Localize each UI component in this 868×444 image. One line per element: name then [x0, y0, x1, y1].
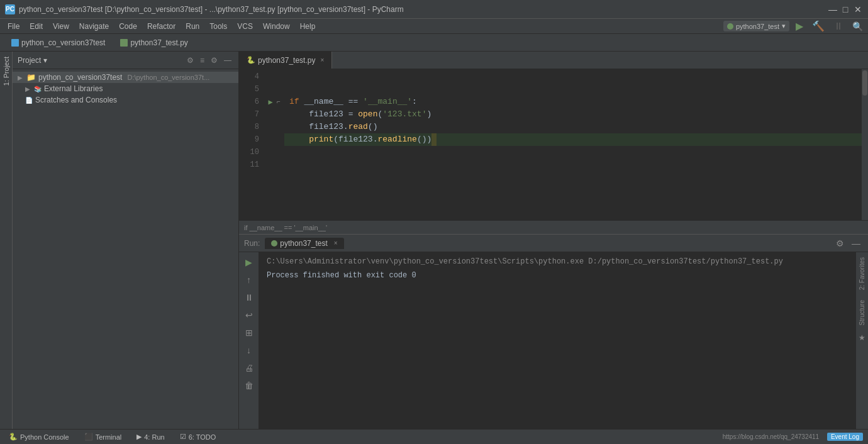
run-wrap-button[interactable]: ↩	[242, 308, 257, 323]
code-line-8: file123.read()	[284, 121, 862, 133]
status-run[interactable]: ▶ 4: Run	[133, 431, 168, 442]
status-python-console[interactable]: 🐍 Python Console	[5, 431, 73, 442]
run-print-button[interactable]: 🖨	[242, 360, 257, 375]
favorites-label[interactable]: 2: Favorites	[857, 252, 867, 295]
window-controls[interactable]: — □ ✕	[828, 4, 863, 14]
tree-item-external-libraries[interactable]: ▶ 📚 External Libraries	[13, 83, 238, 94]
run-panel: Run: python37_test × ⚙ — ▶ ↑ ⏸ ↩	[239, 234, 868, 429]
editor-tab-file[interactable]: 🐍 python37_test.py ×	[239, 52, 332, 69]
run-panel-tab[interactable]: python37_test ×	[265, 238, 343, 249]
tree-item-project-root[interactable]: ▶ 📁 python_co_version37test D:\python_co…	[13, 72, 238, 83]
run-configuration[interactable]: python37_test ▾	[723, 21, 789, 31]
colon: :	[412, 96, 417, 108]
run-config-dropdown-icon: ▾	[782, 22, 786, 30]
code-line-6: if __name__ == '__main__':	[284, 96, 862, 108]
project-panel-label[interactable]: 1: Project	[1, 52, 11, 91]
sidebar-minimize-button[interactable]: —	[222, 55, 233, 65]
menu-window[interactable]: Window	[258, 21, 295, 32]
title-bar-left: PC python_co_version37test [D:\python_co…	[5, 4, 404, 14]
sp3	[358, 96, 363, 108]
run-play-button[interactable]: ▶	[242, 255, 257, 270]
project-tab-main[interactable]: python_co_version37test	[5, 36, 111, 49]
tree-label-ext: External Libraries	[44, 84, 103, 93]
sidebar-actions: ⚙ ≡ ⚙ —	[185, 55, 233, 65]
main-area: 1: Project Project ▾ ⚙ ≡ ⚙ — ▶ 📁 python_…	[0, 52, 868, 429]
libraries-icon: 📚	[34, 86, 42, 92]
run-grid-button[interactable]: ⊞	[242, 325, 257, 340]
close-button[interactable]: ✕	[853, 4, 863, 14]
toolbar-right: python37_test ▾ ▶ 🔨 ⏸ 🔍	[723, 19, 865, 33]
menu-vcs[interactable]: VCS	[232, 21, 258, 32]
status-todo[interactable]: ☑ 6: TODO	[176, 431, 220, 442]
run-exit-text: Process finished with exit code 0	[267, 271, 848, 280]
menu-edit[interactable]: Edit	[25, 21, 48, 32]
editor-tab-close[interactable]: ×	[320, 57, 324, 64]
code-line-5	[284, 83, 862, 96]
menu-code[interactable]: Code	[114, 21, 142, 32]
code-editor[interactable]: 4 5 6 7 8 9 10 11 ▶	[239, 69, 868, 220]
code-line-9: print(file123.readline())	[284, 133, 862, 146]
terminal-icon: ⬛	[84, 433, 93, 441]
run-up-button[interactable]: ↑	[242, 272, 257, 287]
editor-scrollbar[interactable]	[862, 69, 868, 220]
terminal-label: Terminal	[96, 433, 122, 441]
fold-9	[277, 133, 284, 146]
eq-op: ==	[348, 96, 359, 108]
menu-refactor[interactable]: Refactor	[142, 21, 181, 32]
parens-readline: ())	[417, 133, 431, 146]
project-tab-file[interactable]: python37_test.py	[114, 36, 194, 49]
sidebar-settings2-button[interactable]: ⚙	[209, 55, 220, 65]
run-settings-button[interactable]: ⚙	[833, 238, 847, 249]
menu-tools[interactable]: Tools	[204, 21, 232, 32]
project-tab-label: python_co_version37test	[21, 38, 105, 47]
run-gutter: ▶	[264, 69, 277, 220]
line-num-6: 6	[239, 96, 259, 108]
fold-6[interactable]: ⌐	[277, 96, 284, 108]
var-file123-2: file123	[309, 121, 343, 133]
event-log-label[interactable]: Event Log	[827, 433, 863, 441]
tree-label-scratches: Scratches and Consoles	[35, 96, 117, 104]
maximize-button[interactable]: □	[840, 4, 850, 14]
code-content[interactable]: if __name__ == '__main__': file123 = ope…	[284, 69, 862, 220]
run-down-button[interactable]: ↓	[242, 343, 257, 358]
app-icon: PC	[5, 4, 15, 14]
menu-view[interactable]: View	[48, 21, 74, 32]
indent8	[289, 121, 309, 133]
sidebar-settings-button[interactable]: ≡	[198, 55, 206, 65]
run-minimize-button[interactable]: —	[849, 238, 863, 249]
run-config-icon	[727, 23, 733, 30]
project-tree: ▶ 📁 python_co_version37test D:\python_co…	[13, 69, 238, 429]
code-line-4	[284, 70, 862, 83]
gutter-6[interactable]: ▶	[264, 96, 277, 108]
menu-help[interactable]: Help	[295, 21, 321, 32]
search-button[interactable]: 🔍	[850, 20, 865, 33]
run-gutter-arrow[interactable]: ▶	[268, 97, 272, 107]
menu-run[interactable]: Run	[181, 21, 204, 32]
tree-item-scratches[interactable]: 📄 Scratches and Consoles	[13, 94, 238, 106]
run-tab-icon	[271, 240, 277, 247]
run-button[interactable]: ▶	[793, 19, 806, 33]
run-status-icon: ▶	[136, 433, 142, 441]
gutter-4	[264, 70, 277, 83]
run-panel-body: ▶ ↑ ⏸ ↩ ⊞ ↓ 🖨 🗑 C:\Users\Administrator\v…	[239, 252, 868, 429]
fold-5	[277, 83, 284, 96]
run-pause-button[interactable]: ⏸	[242, 290, 257, 305]
dot9: .	[373, 133, 378, 146]
star-icon[interactable]: ★	[857, 331, 867, 345]
structure-label[interactable]: Structure	[857, 295, 867, 331]
line-num-9: 9	[239, 133, 259, 146]
minimize-button[interactable]: —	[828, 4, 838, 14]
todo-label: 6: TODO	[189, 433, 216, 441]
fold-7	[277, 108, 284, 121]
build-button[interactable]: 🔨	[810, 19, 827, 33]
project-tab-icon	[11, 39, 19, 47]
status-terminal[interactable]: ⬛ Terminal	[81, 431, 126, 442]
pause-button[interactable]: ⏸	[831, 19, 846, 33]
run-trash-button[interactable]: 🗑	[242, 378, 257, 393]
code-line-10	[284, 146, 862, 158]
event-log-badge[interactable]: Event Log	[827, 433, 863, 440]
run-tab-close[interactable]: ×	[334, 240, 338, 247]
menu-navigate[interactable]: Navigate	[74, 21, 114, 32]
sidebar-gear-button[interactable]: ⚙	[185, 55, 196, 65]
menu-file[interactable]: File	[3, 21, 25, 32]
